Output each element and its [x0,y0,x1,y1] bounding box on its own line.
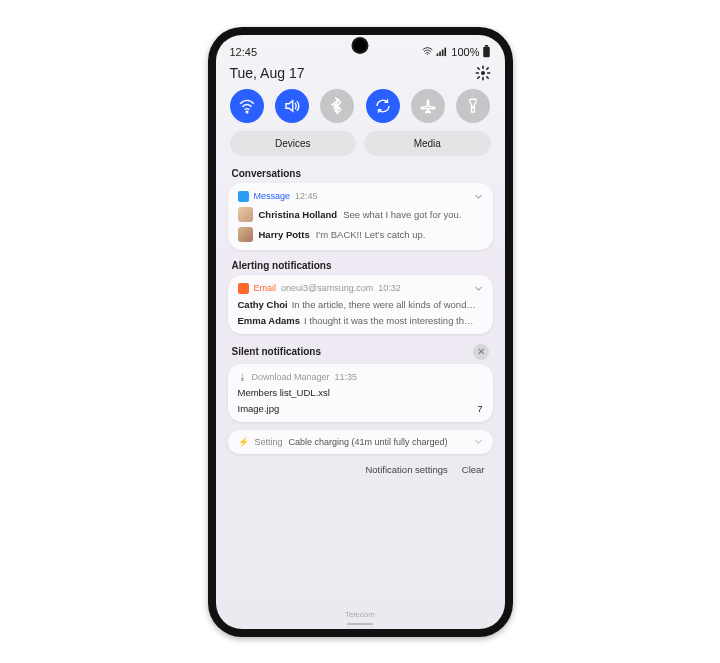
qs-wifi-toggle[interactable] [230,89,264,123]
sender-name: Christina Holland [259,209,338,220]
charging-label: Setting [255,437,283,447]
wifi-status-icon [421,46,434,57]
qs-airplane-toggle[interactable] [411,89,445,123]
signal-status-icon [436,46,449,57]
email-row[interactable]: Cathy Choi In the article, there were al… [238,299,483,310]
notif-time: 12:45 [295,191,318,201]
card-header: Email oneui3@samsung.com 10:32 [238,283,483,294]
status-right: 100% [421,45,490,58]
chevron-down-icon[interactable] [474,284,483,293]
qs-bluetooth-toggle[interactable] [320,89,354,123]
account-name: oneui3@samsung.com [281,283,373,293]
settings-gear-icon[interactable] [475,65,491,81]
silent-header: Silent notifications ✕ [216,342,505,364]
notification-settings-link[interactable]: Notification settings [365,464,447,475]
qs-rotate-toggle[interactable] [366,89,400,123]
svg-rect-3 [445,48,447,56]
card-header: ⭳ Download Manager 11:35 [238,372,483,382]
message-preview: I'm BACK!! Let's catch up. [316,229,426,240]
lightning-icon: ⚡ [238,437,249,447]
silent-label: Silent notifications [232,346,321,357]
qs-sound-toggle[interactable] [275,89,309,123]
file-name: Members list_UDL.xsl [238,387,330,398]
footer-links: Notification settings Clear [216,460,505,479]
email-preview: I thought it was the most interesting th… [304,315,483,326]
file-name: Image.jpg [238,403,280,414]
svg-rect-4 [484,45,487,47]
avatar [238,207,253,222]
notif-time: 10:32 [378,283,401,293]
svg-rect-1 [440,52,442,57]
clear-button[interactable]: Clear [462,464,485,475]
date-row: Tue, Aug 17 [216,61,505,85]
download-row[interactable]: Members list_UDL.xsl [238,387,483,398]
quick-settings-row [216,85,505,131]
alerting-card[interactable]: Email oneui3@samsung.com 10:32 Cathy Cho… [228,275,493,334]
status-time: 12:45 [230,46,258,58]
chevron-down-icon[interactable] [474,437,483,446]
app-name: Message [254,191,291,201]
email-row[interactable]: Emma Adams I thought it was the most int… [238,315,483,326]
svg-point-7 [246,111,248,113]
svg-rect-0 [437,53,439,56]
close-silent-icon[interactable]: ✕ [473,344,489,360]
download-row[interactable]: Image.jpg 7 [238,403,483,414]
battery-percent: 100% [451,46,479,58]
message-row[interactable]: Christina Holland See what I have got fo… [238,207,483,222]
app-name: Download Manager [252,372,330,382]
charging-text: Cable charging (41m until fully charged) [289,437,448,447]
download-icon: ⭳ [238,372,247,382]
svg-point-8 [473,106,475,108]
date-label: Tue, Aug 17 [230,65,305,81]
app-name: Email [254,283,277,293]
sender-name: Harry Potts [259,229,310,240]
media-button[interactable]: Media [364,131,491,156]
qs-flashlight-toggle[interactable] [456,89,490,123]
svg-point-6 [481,71,485,75]
screen: 12:45 100% Tue, Aug 17 [216,35,505,629]
card-header: Message 12:45 [238,191,483,202]
camera-notch [354,39,367,52]
sender-name: Cathy Choi [238,299,288,310]
email-preview: In the article, there were all kinds of … [292,299,483,310]
alerting-label: Alerting notifications [216,258,505,275]
avatar [238,227,253,242]
svg-rect-5 [483,47,490,58]
conversations-label: Conversations [216,166,505,183]
email-app-icon [238,283,249,294]
sender-name: Emma Adams [238,315,300,326]
message-row[interactable]: Harry Potts I'm BACK!! Let's catch up. [238,227,483,242]
charging-card[interactable]: ⚡ Setting Cable charging (41m until full… [228,430,493,454]
carrier-label: Telecom [216,610,505,619]
file-count: 7 [477,403,482,414]
devices-button[interactable]: Devices [230,131,357,156]
battery-icon [482,45,491,58]
svg-rect-2 [442,50,444,57]
conversations-card[interactable]: Message 12:45 Christina Holland See what… [228,183,493,250]
home-indicator[interactable] [347,623,373,625]
message-app-icon [238,191,249,202]
pill-row: Devices Media [216,131,505,166]
notif-time: 11:35 [335,372,358,382]
silent-card[interactable]: ⭳ Download Manager 11:35 Members list_UD… [228,364,493,422]
message-preview: See what I have got for you. [343,209,461,220]
phone-frame: 12:45 100% Tue, Aug 17 [208,27,513,637]
chevron-down-icon[interactable] [474,192,483,201]
